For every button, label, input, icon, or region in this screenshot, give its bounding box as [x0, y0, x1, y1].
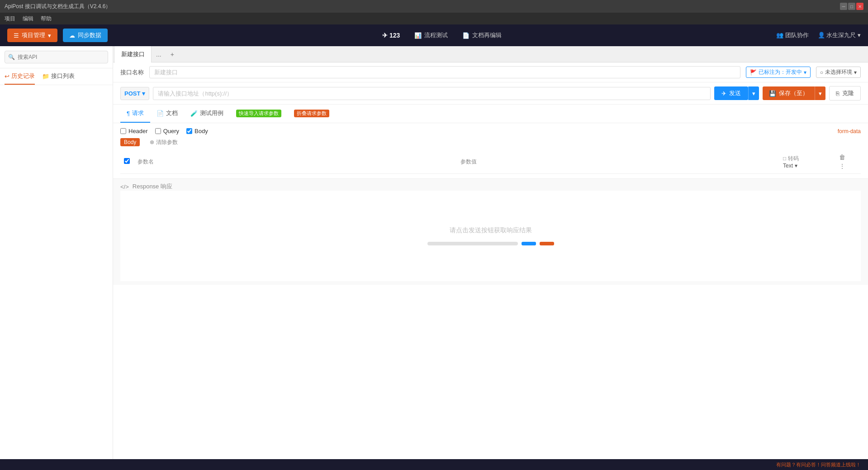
tab-import[interactable]: 快速导入请求参数 — [230, 105, 288, 123]
user-link[interactable]: 👤 水生深九尺 ▾ — [818, 31, 861, 39]
minimize-button[interactable]: ─ — [840, 3, 847, 10]
method-select[interactable]: POST ▾ — [120, 87, 149, 100]
team-link[interactable]: 👥 团队协作 — [776, 31, 809, 39]
query-checkbox[interactable] — [155, 128, 161, 134]
import-badge: 快速导入请求参数 — [236, 110, 281, 117]
badge-env-arrow: ▾ — [854, 69, 857, 76]
response-blue-button[interactable] — [522, 242, 536, 245]
clone-button[interactable]: ⎘ 克隆 — [829, 86, 861, 101]
query-checkbox-label[interactable]: Query — [155, 128, 179, 134]
title-bar: ApiPost 接口调试与文档生成工具（V2.4.6） ─ □ ✕ — [0, 0, 868, 13]
body-checkbox[interactable] — [186, 128, 192, 134]
save-dropdown-button[interactable]: ▾ — [815, 86, 825, 100]
list-label: 接口列表 — [51, 72, 75, 80]
params-table: 参数名 参数值 □ 转码 Text ▾ — [120, 150, 861, 174]
tab-bar: 新建接口 ... + — [113, 46, 868, 62]
tab-add-button[interactable]: + — [166, 46, 179, 62]
badge-env[interactable]: ○ 未选择环境 ▾ — [816, 67, 861, 78]
body-label: Body — [194, 128, 208, 134]
send-label: 发送 — [729, 89, 741, 97]
top-toolbar: ☰ 项目管理 ▾ ☁ 同步数据 ✈ 123 📊 流程测试 📄 文档再编辑 👥 团… — [0, 24, 868, 46]
help-link[interactable]: 有问题？有问必答！问答频道上线啦！ — [776, 461, 861, 468]
app-title: ApiPost 接口调试与文档生成工具（V2.4.6） — [5, 3, 111, 10]
method-arrow: ▾ — [142, 90, 145, 97]
response-orange-button[interactable] — [540, 242, 554, 245]
response-header[interactable]: </> Response 响应 — [120, 182, 861, 191]
send-icon: ✈ — [382, 32, 388, 39]
header-label: Header — [128, 128, 148, 134]
toolbar-right: 👥 团队协作 👤 水生深九尺 ▾ — [776, 31, 861, 39]
main-layout: 🔍 ↩ 历史记录 📁 接口列表 新建接口 ... + — [0, 46, 868, 459]
hamburger-icon: ☰ — [14, 32, 19, 39]
save-button[interactable]: 💾 保存（至） — [763, 86, 815, 100]
method-label: POST — [124, 90, 140, 97]
url-input[interactable] — [153, 87, 711, 100]
interface-name-input[interactable] — [149, 66, 740, 78]
header-checkbox[interactable] — [120, 128, 126, 134]
sidebar-item-history[interactable]: ↩ 历史记录 — [5, 72, 35, 85]
doc-link[interactable]: 📄 文档再编辑 — [462, 31, 502, 39]
history-label: 历史记录 — [11, 72, 35, 80]
send-btn-group: ✈ 发送 ▾ — [714, 86, 759, 100]
sync-label: 同步数据 — [78, 31, 101, 39]
badge-dev[interactable]: 🚩 已标注为：开发中 ▾ — [746, 67, 811, 78]
menu-edit[interactable]: 编辑 — [23, 15, 33, 23]
save-label: 保存（至） — [779, 89, 808, 97]
close-button[interactable]: ✕ — [856, 3, 863, 10]
badge-env-label: 未选择环境 — [825, 68, 852, 76]
more-row-button[interactable]: ⋮ — [837, 162, 847, 171]
response-empty-text: 请点击发送按钮获取响应结果 — [450, 226, 532, 235]
delete-row-button[interactable]: 🗑 — [837, 153, 847, 162]
menu-help[interactable]: 帮助 — [41, 15, 52, 23]
type-label: Text — [783, 163, 793, 169]
tab-label: 新建接口 — [121, 50, 145, 58]
sync-data-button[interactable]: ☁ 同步数据 — [63, 29, 108, 42]
content-area: 新建接口 ... + 接口名称 🚩 已标注为：开发中 ▾ ○ — [113, 46, 868, 459]
type-selector[interactable]: Text ▾ — [783, 163, 830, 169]
toolbar-center: ✈ 123 📊 流程测试 📄 文档再编辑 — [113, 31, 771, 39]
send-button[interactable]: ✈ 发送 — [714, 86, 748, 100]
select-all-checkbox[interactable] — [124, 158, 130, 164]
sidebar-search-area: 🔍 — [0, 46, 113, 68]
doc-icon: 📄 — [462, 32, 470, 39]
bottom-bar: 有问题？有问必答！问答频道上线啦！ — [0, 459, 868, 470]
interface-name-label: 接口名称 — [120, 68, 144, 77]
params-section: Header Query Body form-data Body — [113, 123, 868, 178]
workflow-link[interactable]: 📊 流程测试 — [414, 31, 448, 39]
sidebar-item-list[interactable]: 📁 接口列表 — [42, 72, 75, 85]
form-data-link[interactable]: form-data — [838, 128, 861, 134]
menu-project[interactable]: 项目 — [5, 15, 15, 23]
tab-more-button[interactable]: ... — [152, 46, 166, 62]
query-label: Query — [163, 128, 179, 134]
send-dropdown-button[interactable]: ▾ — [748, 86, 759, 100]
progress-bar — [427, 242, 518, 245]
request-tabs: ¶ 请求 📄 文档 🧪 测试用例 快速导入请求参数 折叠请求参数 — [113, 105, 868, 123]
folder-icon: 📁 — [42, 73, 49, 80]
flag-icon: 🚩 — [750, 69, 757, 76]
history-icon: ↩ — [5, 73, 9, 80]
tab-request-label: 请求 — [132, 109, 144, 117]
tab-doc[interactable]: 📄 文档 — [150, 105, 184, 123]
window-controls: ─ □ ✕ — [840, 3, 863, 10]
tab-test-label: 测试用例 — [200, 109, 223, 117]
header-checkbox-label[interactable]: Header — [120, 128, 148, 134]
badge-dev-arrow: ▾ — [804, 69, 806, 76]
tab-test[interactable]: 🧪 测试用例 — [184, 105, 230, 123]
maximize-button[interactable]: □ — [848, 3, 855, 10]
convert-label: □ 转码 — [783, 155, 799, 162]
tab-new-interface[interactable]: 新建接口 — [115, 46, 152, 62]
clone-icon: ⎘ — [836, 90, 840, 97]
col-param-name: 参数名 — [134, 150, 457, 174]
clear-icon: ⊗ — [150, 139, 154, 145]
search-input[interactable] — [5, 51, 108, 63]
code-icon: </> — [120, 183, 129, 190]
col-convert: □ 转码 Text ▾ — [779, 150, 834, 174]
body-checkbox-label[interactable]: Body — [186, 128, 208, 134]
project-management-button[interactable]: ☰ 项目管理 ▾ — [7, 29, 57, 42]
tab-request[interactable]: ¶ 请求 — [120, 105, 150, 123]
clear-params-button[interactable]: ⊗ 清除参数 — [150, 139, 178, 146]
team-label: 团队协作 — [785, 32, 809, 38]
tab-fold[interactable]: 折叠请求参数 — [288, 105, 336, 123]
url-row: POST ▾ ✈ 发送 ▾ 💾 保存（至） ▾ — [113, 82, 868, 105]
cloud-icon: ☁ — [69, 32, 75, 39]
